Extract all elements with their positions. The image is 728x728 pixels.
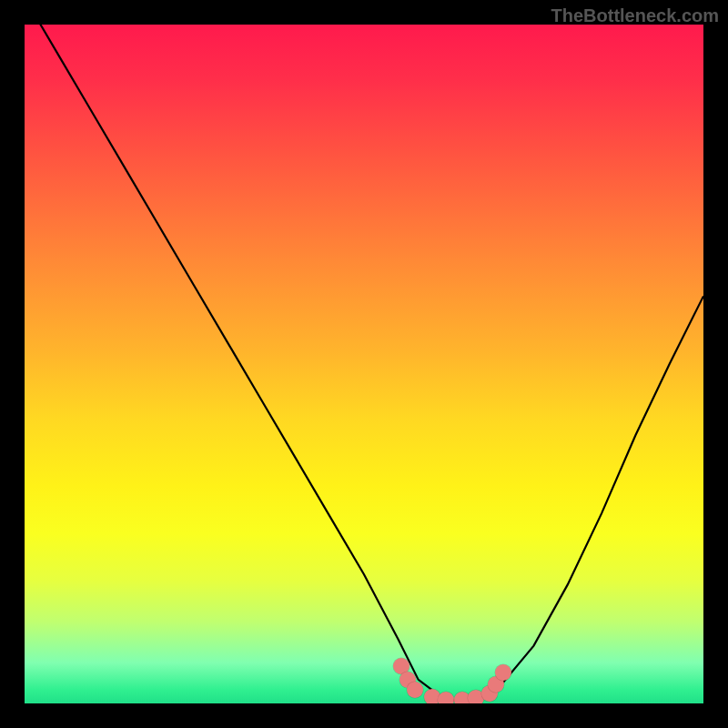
plot-area [25, 25, 703, 703]
curve-marker [438, 692, 454, 703]
curve-marker [495, 664, 511, 681]
watermark-text: TheBottleneck.com [551, 5, 719, 26]
curve-markers-group [25, 25, 703, 703]
curve-marker [407, 682, 423, 698]
